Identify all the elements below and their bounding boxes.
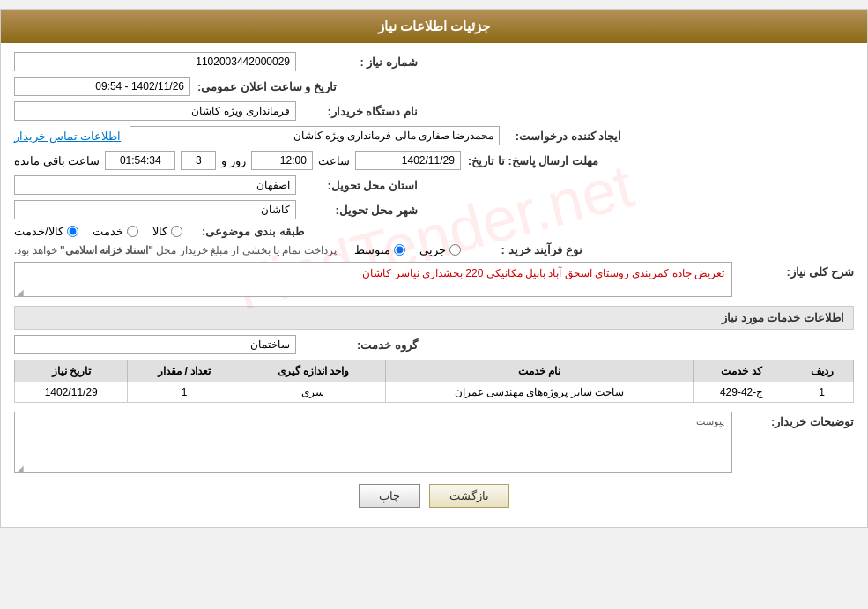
tabaye-label: طبقه بندی موضوعی:	[189, 225, 304, 238]
shahr-row: شهر محل تحویل: کاشان	[14, 200, 854, 219]
col-radif: ردیف	[790, 360, 854, 382]
col-name: نام خدمت	[386, 360, 694, 382]
farayand-label: نوع فرآیند خرید :	[468, 243, 582, 256]
goroh-khedmat-label: گروه خدمت:	[303, 338, 418, 352]
ijad-konande-row: ایجاد کننده درخواست: محمدرضا صفاری مالی …	[14, 126, 854, 145]
radio-jozii-item: جزیی	[419, 243, 461, 256]
ijad-konande-value: محمدرضا صفاری مالی فرمانداری ویژه کاشان	[130, 126, 500, 145]
tarikh-row: تاریخ و ساعت اعلان عمومی: 1402/11/26 - 0…	[14, 77, 854, 96]
back-button[interactable]: بازگشت	[429, 484, 509, 508]
goroh-khedmat-row: گروه خدمت: ساختمان	[14, 335, 854, 354]
sharh-inner: تعریض جاده کمربندی روستای اسحق آباد بابی…	[14, 262, 732, 297]
page-title: جزئیات اطلاعات نیاز	[378, 19, 490, 33]
tosihaat-resize-icon[interactable]: ◢	[15, 464, 24, 472]
print-button[interactable]: چاپ	[359, 484, 420, 508]
radio-khedmat-label: خدمت	[93, 225, 123, 238]
nam-dastgah-label: نام دستگاه خریدار:	[303, 105, 418, 118]
radio-motevaset-item: متوسط	[354, 243, 405, 256]
tabaye-row: طبقه بندی موضوعی: کالا خدمت کالا/خدمت	[14, 225, 854, 238]
etelaat-link[interactable]: اطلاعات تماس خریدار	[14, 130, 121, 143]
mohlet-saat-value: 12:00	[251, 151, 313, 170]
btn-row: بازگشت چاپ	[14, 484, 854, 508]
mohlet-row: مهلت ارسال پاسخ: تا تاریخ: 1402/11/29 سا…	[14, 151, 854, 170]
cell-date: 1402/11/29	[15, 382, 128, 403]
tarikh-value: 1402/11/26 - 09:54	[14, 77, 190, 96]
tosihaat-label: توضیحات خریدار:	[739, 415, 854, 428]
mohlet-saat-label: ساعت	[318, 154, 350, 167]
cell-name: ساخت سایر پروژه‌های مهندسی عمران	[386, 382, 694, 403]
farayand-radio-group: جزیی متوسط پرداخت تمام یا بخشی از مبلغ خ…	[14, 243, 461, 256]
tosihaat-inner-label: پیوست	[696, 416, 724, 427]
farayand-row: نوع فرآیند خرید : جزیی متوسط پرداخت تمام…	[14, 243, 854, 256]
services-table: ردیف کد خدمت نام خدمت واحد اندازه گیری ت…	[14, 360, 854, 403]
tosihaat-wrapper: توضیحات خریدار: پیوست ◢	[14, 412, 854, 473]
nam-dastgah-value: فرمانداری ویژه کاشان	[14, 101, 296, 121]
table-row: 1ج-42-429ساخت سایر پروژه‌های مهندسی عمرا…	[15, 382, 854, 403]
radio-kala-input[interactable]	[171, 226, 182, 237]
page-header: جزئیات اطلاعات نیاز	[1, 10, 867, 43]
cell-unit: سری	[241, 382, 385, 403]
goroh-khedmat-value: ساختمان	[14, 335, 296, 354]
radio-kala-khedmat-item: کالا/خدمت	[14, 225, 78, 238]
radio-motevaset-label: متوسط	[354, 243, 390, 256]
cell-radif: 1	[790, 382, 854, 403]
mohlet-label: مهلت ارسال پاسخ: تا تاریخ:	[468, 154, 598, 167]
radio-jozii-label: جزیی	[419, 243, 446, 256]
cell-count: 1	[128, 382, 241, 403]
mohlet-countdown: 01:54:34	[105, 151, 175, 170]
khadamat-section-header: اطلاعات خدمات مورد نیاز	[14, 306, 854, 330]
shahr-value: کاشان	[14, 200, 296, 219]
page-wrapper: جزئیات اطلاعات نیاز FindTender.net شماره…	[0, 9, 868, 528]
table-header-row: ردیف کد خدمت نام خدمت واحد اندازه گیری ت…	[15, 360, 854, 382]
cell-code: ج-42-429	[693, 382, 790, 403]
col-count: تعداد / مقدار	[128, 360, 241, 382]
col-unit: واحد اندازه گیری	[241, 360, 385, 382]
radio-khedmat-item: خدمت	[93, 225, 138, 238]
col-date: تاریخ نیاز	[15, 360, 128, 382]
mohlet-roz-value: 3	[181, 151, 216, 170]
mohlet-date: 1402/11/29	[355, 151, 461, 170]
radio-kala-label: کالا	[152, 225, 167, 238]
ostan-value: اصفهان	[14, 175, 296, 195]
nam-dastgah-row: نام دستگاه خریدار: فرمانداری ویژه کاشان	[14, 101, 854, 121]
tosihaat-box: پیوست ◢	[14, 412, 732, 473]
tabaye-radio-group: کالا خدمت کالا/خدمت	[14, 225, 182, 238]
content-area: FindTender.net شماره نیاز : 110200344200…	[1, 43, 867, 527]
sharh-box: تعریض جاده کمربندی روستای اسحق آباد بابی…	[14, 262, 732, 297]
ijad-konande-label: ایجاد کننده درخواست:	[507, 130, 621, 143]
tarikh-label: تاریخ و ساعت اعلان عمومی:	[197, 80, 337, 93]
radio-kala-khedmat-label: کالا/خدمت	[14, 225, 63, 238]
shomara-niaz-value: 1102003442000029	[14, 52, 296, 71]
radio-khedmat-input[interactable]	[127, 226, 138, 237]
shahr-label: شهر محل تحویل:	[303, 204, 418, 217]
ostan-label: استان محل تحویل:	[303, 179, 418, 192]
sharh-row: شرح کلی نیاز: تعریض جاده کمربندی روستای …	[14, 262, 854, 297]
ostan-row: استان محل تحویل: اصفهان	[14, 175, 854, 195]
mohlet-baqi-label: ساعت باقی مانده	[14, 154, 100, 167]
radio-motevaset-input[interactable]	[394, 244, 405, 256]
resize-handle-icon[interactable]: ◢	[15, 287, 24, 296]
radio-kala-khedmat-input[interactable]	[67, 226, 78, 237]
shomara-niaz-row: شماره نیاز : 1102003442000029	[14, 52, 854, 71]
radio-kala-item: کالا	[152, 225, 182, 238]
shomara-niaz-label: شماره نیاز :	[303, 56, 418, 69]
mohlet-roz-label: روز و	[221, 154, 246, 167]
radio-jozii-input[interactable]	[449, 244, 461, 256]
tosihaat-inner: پیوست ◢	[14, 412, 732, 473]
notice-text: پرداخت تمام یا بخشی از مبلغ خریداز محل "…	[14, 244, 337, 256]
col-code: کد خدمت	[693, 360, 790, 382]
sharh-label: شرح کلی نیاز:	[739, 265, 854, 279]
sharh-value: تعریض جاده کمربندی روستای اسحق آباد بابی…	[362, 267, 724, 279]
